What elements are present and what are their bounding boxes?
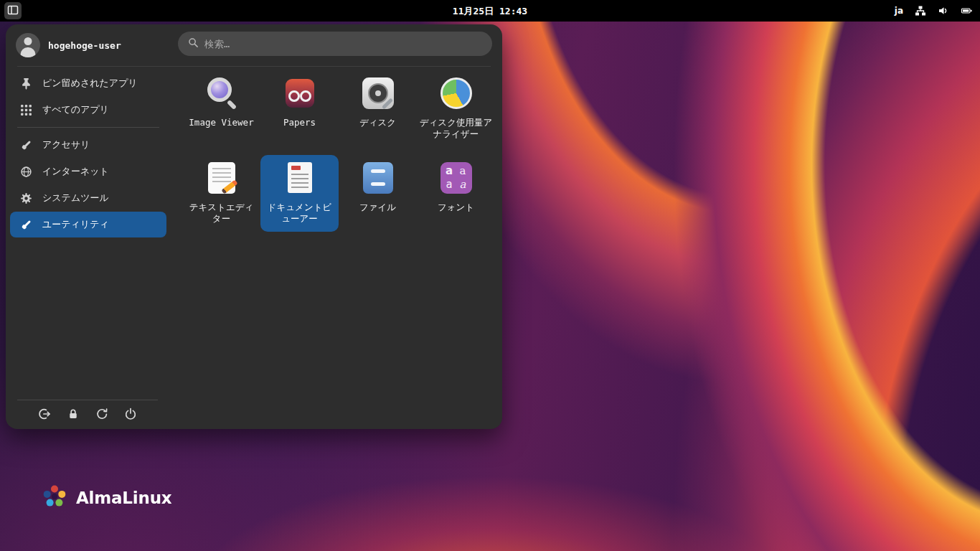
papers-icon xyxy=(283,76,317,110)
sidebar-item-label: ピン留めされたアプリ xyxy=(42,77,138,90)
window-icon xyxy=(7,4,19,18)
search-input[interactable] xyxy=(204,38,482,50)
files-icon xyxy=(361,161,395,195)
app-label: ディスク使用量アナライザー xyxy=(420,117,493,141)
user-name: hogehoge-user xyxy=(48,40,121,51)
globe-icon xyxy=(19,164,33,179)
clock[interactable]: 11月25日 12:43 xyxy=(453,5,527,18)
app-document-viewer[interactable]: ドキュメントビューアー xyxy=(260,155,339,232)
header-divider xyxy=(17,66,491,67)
disk-usage-analyzer-icon xyxy=(439,76,473,110)
logout-icon xyxy=(38,408,51,423)
app-label: ファイル xyxy=(359,202,396,213)
lock-icon xyxy=(67,408,80,423)
sidebar-item-system-tools[interactable]: システムツール xyxy=(10,185,166,211)
sidebar-item-label: システムツール xyxy=(42,192,109,204)
app-label: Image Viewer xyxy=(189,117,253,128)
sidebar-item-label: アクセサリ xyxy=(42,138,90,151)
pin-icon xyxy=(19,76,33,90)
power-button[interactable] xyxy=(121,405,141,425)
session-divider xyxy=(17,400,158,400)
app-fonts[interactable]: aaaa フォント xyxy=(417,155,495,232)
app-disks[interactable]: ディスク xyxy=(339,70,417,148)
search-bar[interactable] xyxy=(178,32,492,56)
app-image-viewer[interactable]: Image Viewer xyxy=(182,70,260,148)
battery-icon[interactable] xyxy=(961,5,973,17)
utilities-icon xyxy=(19,217,33,232)
input-method-indicator[interactable]: ja xyxy=(895,6,903,16)
sidebar-item-accessories[interactable]: アクセサリ xyxy=(10,132,166,158)
brand-text: AlmaLinux xyxy=(76,489,172,507)
volume-icon[interactable] xyxy=(938,5,949,17)
sidebar-divider xyxy=(17,127,159,128)
lock-button[interactable] xyxy=(63,405,83,425)
sidebar-item-label: インターネット xyxy=(42,165,109,178)
accessories-icon xyxy=(19,138,33,152)
app-label: ディスク xyxy=(359,117,396,128)
user-menu-item[interactable]: hogehoge-user xyxy=(16,33,121,57)
sidebar-item-pinned-apps[interactable]: ピン留めされたアプリ xyxy=(10,70,166,96)
almalinux-logo-icon xyxy=(40,482,69,514)
logout-button[interactable] xyxy=(34,405,55,425)
image-viewer-icon xyxy=(204,76,239,110)
sidebar-item-label: ユーティリティ xyxy=(42,218,109,231)
app-label: Papers xyxy=(283,117,316,128)
grid-icon xyxy=(19,103,33,117)
almalinux-branding: AlmaLinux xyxy=(40,482,172,514)
app-label: フォント xyxy=(438,202,474,213)
app-papers[interactable]: Papers xyxy=(260,70,339,148)
applications-menu-button[interactable] xyxy=(4,2,22,19)
app-files[interactable]: ファイル xyxy=(339,155,417,232)
restart-icon xyxy=(95,408,108,423)
restart-button[interactable] xyxy=(92,405,112,425)
network-icon[interactable] xyxy=(915,5,926,17)
sidebar-item-all-apps[interactable]: すべてのアプリ xyxy=(10,97,166,123)
sidebar-item-label: すべてのアプリ xyxy=(42,103,109,116)
disks-icon xyxy=(361,76,395,110)
top-bar: 11月25日 12:43 ja xyxy=(0,0,980,22)
app-label: ドキュメントビューアー xyxy=(263,202,336,225)
app-label: テキストエディター xyxy=(185,202,258,225)
session-buttons xyxy=(34,405,141,425)
user-avatar-icon xyxy=(16,33,40,57)
applications-menu: hogehoge-user ピン留めされたアプリ すべてのアプリ アクセサリ xyxy=(6,24,502,429)
sidebar-item-utilities[interactable]: ユーティリティ xyxy=(10,212,166,237)
power-icon xyxy=(124,408,137,423)
sidebar-item-internet[interactable]: インターネット xyxy=(10,159,166,184)
category-sidebar: ピン留めされたアプリ すべてのアプリ アクセサリ インターネット システムツー xyxy=(10,70,166,238)
gear-icon xyxy=(19,191,33,205)
search-icon xyxy=(188,37,199,51)
app-disk-usage-analyzer[interactable]: ディスク使用量アナライザー xyxy=(417,70,495,148)
app-grid: Image Viewer Papers ディスク ディスク使用量アナライザー テ xyxy=(182,70,495,232)
document-viewer-icon xyxy=(283,161,317,195)
app-text-editor[interactable]: テキストエディター xyxy=(182,155,260,232)
text-editor-icon xyxy=(204,161,239,195)
fonts-icon: aaaa xyxy=(439,161,473,195)
